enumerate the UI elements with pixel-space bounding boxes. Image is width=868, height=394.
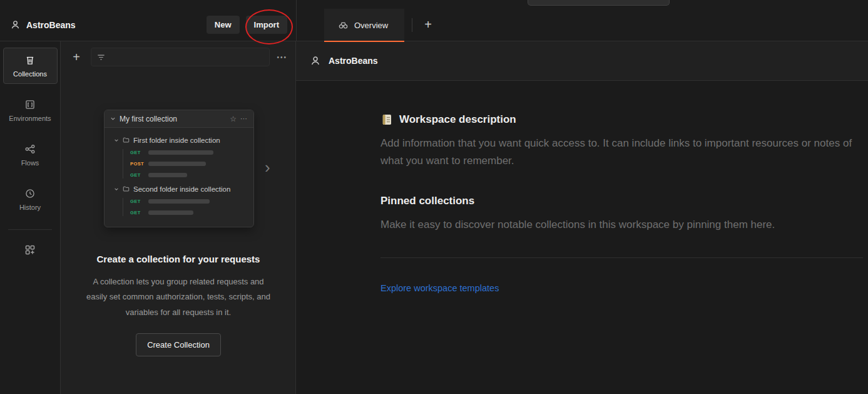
workspace-description-title: Workspace description bbox=[399, 113, 516, 126]
request-placeholder-bar bbox=[148, 210, 193, 215]
illustration-request-row: GET bbox=[130, 149, 248, 156]
illustration-folder-name: Second folder inside collection bbox=[133, 185, 230, 193]
folder-icon bbox=[123, 137, 130, 143]
tab-overview[interactable]: Overview bbox=[324, 9, 404, 41]
new-button[interactable]: New bbox=[207, 16, 240, 34]
illustration-next-chevron[interactable]: › bbox=[265, 158, 270, 177]
method-label: POST bbox=[130, 161, 144, 167]
illustration-collection-name: My first collection bbox=[120, 115, 177, 123]
chevron-down-icon bbox=[114, 185, 119, 193]
sidebar-item-environments[interactable]: Environments bbox=[3, 92, 58, 128]
pinned-collections-title: Pinned collections bbox=[380, 195, 863, 207]
postman-app: AstroBeans New Import Overview + bbox=[0, 0, 868, 394]
sidebar-item-label: Flows bbox=[21, 159, 39, 167]
workspace-name[interactable]: AstroBeans bbox=[26, 20, 76, 30]
content-divider bbox=[380, 257, 863, 258]
sidebar-item-collections[interactable]: Collections bbox=[3, 48, 58, 84]
collections-search-box[interactable] bbox=[91, 48, 270, 66]
illustration-tree: First folder inside collection GET POST … bbox=[105, 128, 253, 227]
collections-panel: + ••• My first collection ☆ ⋯ bbox=[61, 41, 296, 394]
new-tab-button[interactable]: + bbox=[419, 15, 437, 34]
collection-illustration: My first collection ☆ ⋯ First folder ins… bbox=[104, 110, 254, 227]
chevron-down-icon bbox=[110, 115, 116, 123]
collections-more-button[interactable]: ••• bbox=[277, 54, 287, 61]
history-icon bbox=[24, 188, 36, 199]
empty-state-description: A collection lets you group related requ… bbox=[84, 274, 272, 321]
tab-bar: Overview + bbox=[296, 0, 868, 41]
global-search-partial[interactable] bbox=[528, 0, 670, 6]
filter-icon bbox=[96, 53, 106, 62]
sidebar-item-label: Environments bbox=[9, 115, 51, 122]
collections-icon bbox=[24, 54, 36, 66]
tab-separator bbox=[412, 18, 412, 32]
method-label: GET bbox=[130, 210, 144, 215]
illustration-request-row: GET bbox=[130, 209, 248, 216]
star-icon: ☆ bbox=[230, 115, 237, 123]
workspace-title: AstroBeans bbox=[329, 56, 378, 66]
pinned-collections-placeholder: Make it easy to discover notable collect… bbox=[380, 216, 863, 234]
method-label: GET bbox=[130, 199, 144, 204]
configure-sidebar-icon[interactable] bbox=[20, 240, 40, 262]
collections-empty-state: Create a collection for your requests A … bbox=[84, 252, 272, 356]
environments-icon bbox=[24, 99, 36, 110]
rail-divider bbox=[8, 229, 52, 230]
request-placeholder-bar bbox=[148, 162, 206, 166]
request-placeholder-bar bbox=[148, 150, 213, 155]
folder-icon bbox=[123, 185, 130, 192]
sidebar-item-flows[interactable]: Flows bbox=[3, 137, 58, 173]
illustration-folder-name: First folder inside collection bbox=[133, 137, 220, 144]
import-button[interactable]: Import bbox=[246, 16, 287, 34]
sidebar-item-history[interactable]: History bbox=[3, 181, 58, 217]
add-collection-button[interactable]: + bbox=[69, 49, 84, 65]
notebook-icon bbox=[380, 113, 393, 126]
overview-icon bbox=[338, 20, 349, 31]
illustration-request-row: POST bbox=[130, 160, 248, 167]
request-placeholder-bar bbox=[148, 199, 210, 204]
illustration-request-row: GET bbox=[130, 198, 248, 205]
collections-filter-input[interactable] bbox=[111, 53, 264, 61]
sidebar-item-label: History bbox=[19, 204, 41, 211]
chevron-down-icon bbox=[114, 137, 119, 144]
workspace-switcher-area: AstroBeans New Import bbox=[0, 0, 296, 41]
workspace-description-heading: Workspace description bbox=[380, 113, 863, 126]
flows-icon bbox=[24, 143, 36, 155]
illustration-collection-row: My first collection ☆ ⋯ bbox=[105, 110, 253, 128]
collections-toolbar: + ••• bbox=[61, 41, 295, 73]
topbar: AstroBeans New Import Overview + bbox=[0, 0, 868, 41]
more-dots-icon: ⋯ bbox=[240, 115, 248, 123]
overview-content: Workspace description Add information th… bbox=[296, 81, 868, 294]
method-label: GET bbox=[130, 172, 144, 178]
workspace-description-placeholder[interactable]: Add information that you want quick acce… bbox=[380, 135, 863, 170]
illustration-folder-row: First folder inside collection bbox=[110, 133, 248, 147]
explore-templates-link[interactable]: Explore workspace templates bbox=[380, 283, 499, 293]
request-placeholder-bar bbox=[148, 173, 187, 177]
sidebar-item-label: Collections bbox=[13, 70, 47, 78]
illustration-request-row: GET bbox=[130, 172, 248, 179]
workspace-avatar-icon bbox=[10, 19, 21, 30]
illustration-folder-row: Second folder inside collection bbox=[110, 182, 248, 196]
create-collection-button[interactable]: Create Collection bbox=[136, 333, 221, 356]
sidebar-rail: Collections Environments Flows bbox=[0, 41, 61, 394]
workspace-avatar-icon bbox=[310, 55, 321, 66]
method-label: GET bbox=[130, 150, 144, 155]
illustration-request-list: GET GET bbox=[123, 198, 248, 216]
illustration-request-list: GET POST GET bbox=[123, 149, 248, 179]
topbar-actions: New Import bbox=[207, 16, 287, 34]
empty-state-title: Create a collection for your requests bbox=[84, 252, 272, 267]
tab-overview-label: Overview bbox=[354, 21, 388, 30]
workspace-header: AstroBeans bbox=[296, 41, 868, 81]
overview-pane: AstroBeans Workspace description Add inf… bbox=[296, 41, 868, 394]
